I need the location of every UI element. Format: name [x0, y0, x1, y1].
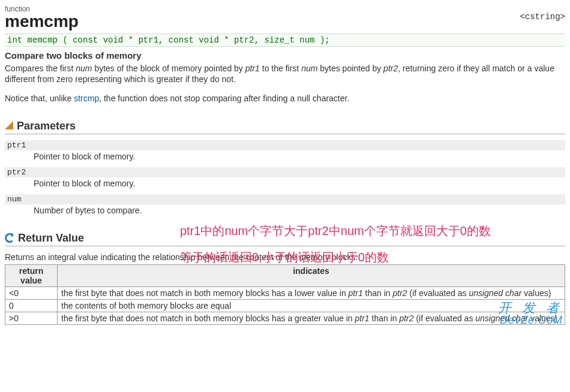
text: the first byte that does not match in bo… — [61, 288, 349, 298]
text: (if evaluated as — [407, 288, 469, 298]
table-header-row: return value indicates — [5, 264, 565, 287]
table-row: <0 the first byte that does not match in… — [5, 287, 565, 299]
param-ptr1: ptr1 Pointer to block of memory. — [5, 140, 565, 162]
parameters-heading: Parameters — [5, 120, 565, 134]
param-ref: ptr2 — [393, 288, 407, 298]
param-ref: ptr1 — [349, 288, 363, 298]
param-ptr2: ptr2 Pointer to block of memory. — [5, 167, 565, 189]
summary-heading: Compare two blocks of memory — [5, 50, 565, 61]
text: values) — [521, 288, 551, 298]
table-row: >0 the first byte that does not match in… — [5, 312, 565, 324]
param-ref: ptr2 — [399, 313, 413, 323]
ruler-icon — [5, 121, 13, 129]
text: Notice that, unlike — [5, 94, 74, 103]
param-ref: num — [76, 64, 92, 73]
rv-cell: <0 — [5, 287, 58, 299]
param-name: num — [5, 194, 565, 204]
text: bytes of the block of memory pointed by — [92, 64, 245, 73]
th-return-value: return value — [5, 264, 58, 287]
summary-paragraph-1: Compares the first num bytes of the bloc… — [5, 63, 565, 85]
watermark-line1: 开 发 者 — [498, 301, 563, 315]
text: to the first — [260, 64, 301, 73]
param-desc: Number of bytes to compare. — [5, 204, 565, 216]
param-ref: num — [301, 64, 317, 73]
text: , the function does not stop comparing a… — [99, 94, 349, 103]
annotation-2: 等于的话返回0,小于的话返回小于0的数 — [180, 249, 389, 266]
table-row: 0 the contents of both memory blocks are… — [5, 299, 565, 312]
header-row: memcmp <cstring> — [5, 12, 565, 34]
text: (if evaluated as — [414, 313, 476, 323]
text: than in — [370, 313, 400, 323]
page-title: memcmp — [5, 12, 79, 31]
param-desc: Pointer to block of memory. — [5, 177, 565, 189]
param-desc: Pointer to block of memory. — [5, 150, 565, 162]
param-name: ptr2 — [5, 167, 565, 177]
text: Compares the first — [5, 64, 76, 73]
function-signature: int memcmp ( const void * ptr1, const vo… — [5, 34, 565, 47]
ind-cell: the first byte that does not match in bo… — [58, 312, 565, 324]
text: the first byte that does not match in bo… — [61, 313, 355, 323]
summary-paragraph-2: Notice that, unlike strcmp, the function… — [5, 93, 565, 104]
param-ref: ptr1 — [245, 64, 260, 73]
text: than in — [363, 288, 393, 298]
ind-cell: the first byte that does not match in bo… — [58, 287, 565, 299]
parameters-title: Parameters — [17, 120, 76, 132]
watermark: 开 发 者 DevZe.CoM — [498, 301, 563, 326]
param-ref: ptr2 — [383, 64, 398, 73]
th-indicates: indicates — [58, 264, 565, 287]
strcmp-link[interactable]: strcmp — [74, 94, 99, 103]
param-num: num Number of bytes to compare. — [5, 194, 565, 216]
annotation-1: ptr1中的num个字节大于ptr2中num个字节就返回大于0的数 — [180, 223, 491, 239]
rv-cell: 0 — [5, 299, 58, 312]
param-name: ptr1 — [5, 140, 565, 150]
type-ref: unsigned char — [469, 288, 521, 298]
text: bytes pointed by — [317, 64, 383, 73]
header-include: <cstring> — [520, 12, 565, 22]
return-value-title: Return Value — [18, 232, 84, 245]
ind-cell: the contents of both memory blocks are e… — [58, 299, 565, 312]
rv-cell: >0 — [5, 312, 58, 324]
watermark-line2: DevZe.CoM — [498, 315, 563, 326]
param-ref: ptr1 — [355, 313, 369, 323]
return-icon — [5, 233, 14, 243]
return-value-table: return value indicates <0 the first byte… — [5, 264, 565, 325]
